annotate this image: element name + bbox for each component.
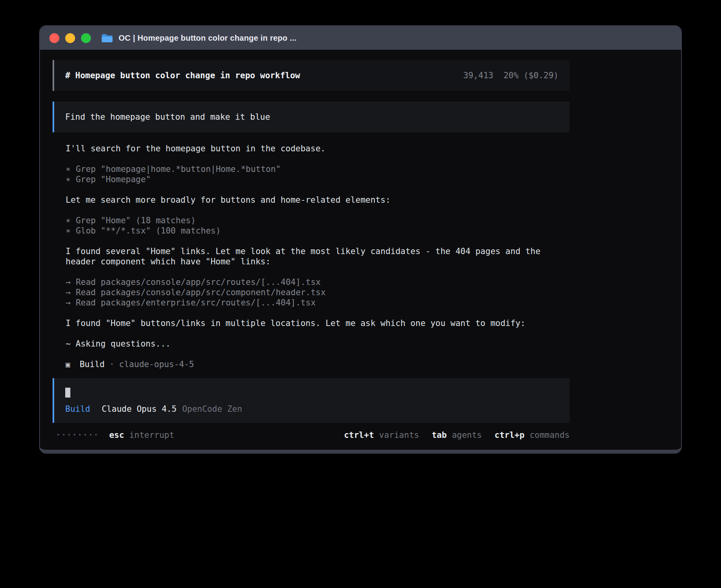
tool-bullet-icon: ∗ xyxy=(66,164,71,174)
session-stats: 39,413 20% ($0.29) xyxy=(463,70,559,81)
read-arrow-icon: → xyxy=(66,288,71,297)
read-arrow-icon: → xyxy=(66,298,71,307)
window-title: OC | Homepage button color change in rep… xyxy=(119,34,296,43)
titlebar-title-group: OC | Homepage button color change in rep… xyxy=(101,33,296,43)
assistant-message: I found several "Home" links. Let me loo… xyxy=(66,246,570,267)
tool-call-group: →Read packages/console/app/src/routes/[.… xyxy=(66,277,570,308)
prompt-input-line xyxy=(65,388,559,398)
minimize-button[interactable] xyxy=(65,33,75,43)
tool-call-text: Read packages/console/app/src/component/… xyxy=(76,288,326,297)
tool-call-text: Glob "**/*.tsx" (100 matches) xyxy=(76,226,221,236)
tool-call: ∗Grep "Homepage" xyxy=(66,174,570,185)
context-cost: 20% ($0.29) xyxy=(504,70,559,81)
tool-call: →Read packages/console/app/src/component… xyxy=(66,287,570,298)
user-message-text: Find the homepage button and make it blu… xyxy=(65,112,270,122)
agent-model: claude-opus-4-5 xyxy=(119,359,194,369)
agent-status-row: ▣ Build · claude-opus-4-5 xyxy=(66,359,570,369)
tool-bullet-icon: ∗ xyxy=(66,175,71,184)
terminal-content: # Homepage button color change in repo w… xyxy=(40,50,681,450)
token-count: 39,413 xyxy=(463,70,493,81)
tool-call: →Read packages/enterprise/src/routes/[..… xyxy=(66,298,570,308)
tool-call-group: ∗Grep "homepage|home.*button|Home.*butto… xyxy=(66,164,570,185)
close-button[interactable] xyxy=(49,33,59,43)
session-header: # Homepage button color change in repo w… xyxy=(53,60,570,91)
tool-call: ∗Grep "homepage|home.*button|Home.*butto… xyxy=(66,164,570,174)
tool-call-text: Read packages/console/app/src/routes/[..… xyxy=(76,277,321,287)
prompt-input[interactable]: Build Claude Opus 4.5 OpenCode Zen xyxy=(53,378,570,423)
provider-label: OpenCode Zen xyxy=(182,404,242,414)
tool-call: →Read packages/console/app/src/routes/[.… xyxy=(66,277,570,287)
folder-icon xyxy=(101,33,113,43)
active-model-label: Claude Opus 4.5 xyxy=(102,404,177,414)
terminal-window: OC | Homepage button color change in rep… xyxy=(39,25,682,454)
read-arrow-icon: → xyxy=(66,277,71,287)
esc-key-hint: esc xyxy=(109,430,124,440)
shortcut-commands: ctrl+p commands xyxy=(495,430,570,440)
tool-call: ∗Glob "**/*.tsx" (100 matches) xyxy=(66,226,570,236)
status-bar: ········ esc interrupt ctrl+t variants t… xyxy=(53,430,570,440)
status-bar-left: ········ esc interrupt xyxy=(53,430,174,440)
traffic-lights xyxy=(49,33,91,43)
spinner-dots-icon: ········ xyxy=(53,430,99,440)
conversation-transcript: I'll search for the homepage button in t… xyxy=(66,143,570,369)
tool-call-text: Grep "homepage|home.*button|Home.*button… xyxy=(76,164,281,174)
shortcut-agents: tab agents xyxy=(432,430,482,440)
user-message: Find the homepage button and make it blu… xyxy=(53,102,570,132)
tool-call-group: ∗Grep "Home" (18 matches) ∗Glob "**/*.ts… xyxy=(66,215,570,236)
tool-call: ∗Grep "Home" (18 matches) xyxy=(66,215,570,226)
assistant-message: I found "Home" buttons/links in multiple… xyxy=(66,318,570,328)
session-title: # Homepage button color change in repo w… xyxy=(65,70,300,81)
tool-bullet-icon: ∗ xyxy=(66,216,71,225)
assistant-message: Let me search more broadly for buttons a… xyxy=(66,195,570,205)
window-titlebar[interactable]: OC | Homepage button color change in rep… xyxy=(40,26,681,50)
assistant-message: I'll search for the homepage button in t… xyxy=(66,143,570,154)
tool-call-text: Read packages/enterprise/src/routes/[...… xyxy=(76,298,316,307)
status-message: ~ Asking questions... xyxy=(66,339,570,349)
agent-separator: · xyxy=(109,359,115,369)
shortcut-key: ctrl+p xyxy=(495,430,525,440)
esc-key-label: interrupt xyxy=(129,430,174,440)
shortcut-variants: ctrl+t variants xyxy=(344,430,419,440)
shortcut-key: tab xyxy=(432,430,447,440)
text-cursor xyxy=(65,388,70,398)
status-bar-shortcuts: ctrl+t variants tab agents ctrl+p comman… xyxy=(344,430,570,440)
shortcut-label: agents xyxy=(452,430,482,440)
shortcut-label: commands xyxy=(530,430,570,440)
tool-call-text: Grep "Home" (18 matches) xyxy=(76,216,196,225)
tool-bullet-icon: ∗ xyxy=(66,226,71,236)
model-status-row: Build Claude Opus 4.5 OpenCode Zen xyxy=(65,404,559,414)
zoom-button[interactable] xyxy=(81,33,91,43)
shortcut-key: ctrl+t xyxy=(344,430,374,440)
agent-name: Build xyxy=(79,359,104,369)
active-agent-label: Build xyxy=(65,404,90,414)
tool-call-text: Grep "Homepage" xyxy=(76,175,151,184)
agent-badge-icon: ▣ xyxy=(66,359,70,369)
shortcut-label: variants xyxy=(379,430,419,440)
